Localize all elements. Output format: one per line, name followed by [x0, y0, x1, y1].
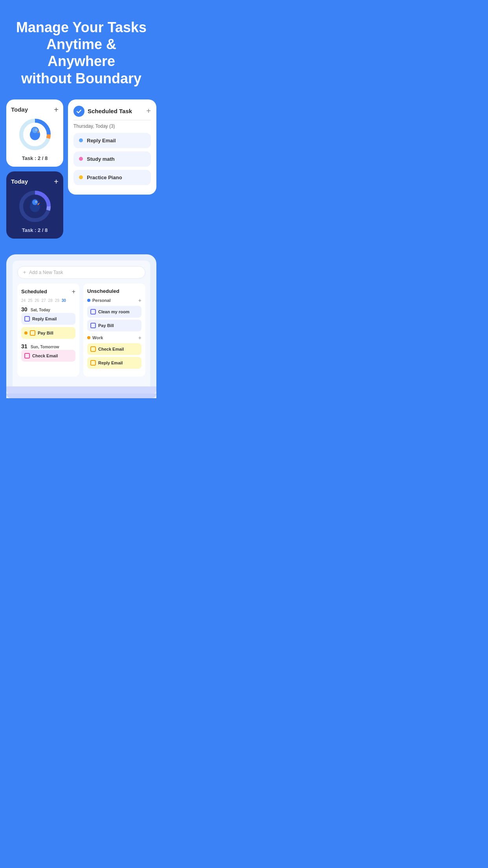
day-label-31: Sun, Tomorrow [31, 345, 59, 349]
svg-point-8 [36, 129, 37, 130]
header: Manage Your Tasks Anytime & Anywhere wit… [0, 0, 163, 99]
work-plus[interactable]: + [138, 335, 141, 341]
widgets-section: Today + [0, 99, 163, 248]
today-widget-light[interactable]: Today + [6, 99, 63, 167]
scheduled-col-plus[interactable]: + [72, 288, 75, 295]
check-circle-icon [73, 106, 84, 117]
unsched-task-pay-bill[interactable]: Pay Bill [87, 320, 141, 331]
day-group-30: 30 Sat, Today Reply Email Pay Bill [21, 306, 75, 339]
task-dot-pink [79, 157, 83, 161]
laptop-base [6, 394, 156, 398]
scheduled-date-label: Thursday, Today (3) [73, 123, 151, 129]
personal-label: Personal [92, 298, 110, 303]
today-widget-dark[interactable]: Today + [6, 171, 63, 239]
sched-task-reply-email[interactable]: Reply Email [21, 313, 75, 325]
headline-line3: without Boundary [21, 70, 141, 86]
unsched-name-clean: Clean my room [98, 309, 129, 314]
bird-illustration-dark [27, 197, 43, 216]
today-label-light: Today [11, 106, 28, 113]
laptop-bottom-bar [6, 386, 156, 394]
scheduled-card-plus[interactable]: + [146, 107, 151, 116]
date-24: 24 [21, 298, 26, 303]
donut-chart-dark [17, 189, 53, 224]
task-count-light: Task : 2 / 8 [11, 155, 59, 161]
svg-point-5 [32, 127, 38, 133]
unsched-task-check-email[interactable]: Check Email [87, 343, 141, 355]
sched-task-name-pay: Pay Bill [38, 331, 53, 335]
unsched-task-clean-room[interactable]: Clean my room [87, 306, 141, 318]
unsched-name-reply: Reply Email [98, 360, 123, 365]
headline: Manage Your Tasks Anytime & Anywhere wit… [12, 19, 151, 87]
sched-task-pay-bill[interactable]: Pay Bill [21, 327, 75, 339]
donut-chart-light [17, 117, 53, 152]
day-label-30: Sat, Today [31, 308, 50, 312]
add-task-placeholder: Add a New Task [29, 270, 63, 275]
unsched-name-pay: Pay Bill [98, 323, 114, 328]
bird-illustration-light [27, 125, 43, 144]
personal-group: Personal + Clean my room Pay Bill [87, 297, 141, 331]
task-name-reply-email: Reply Email [87, 138, 116, 143]
svg-point-17 [36, 201, 37, 202]
sched-task-icon-reply [24, 316, 30, 322]
task-item-practice-piano[interactable]: Practice Piano [73, 170, 151, 185]
day-number-31: 31 [21, 343, 28, 349]
personal-dot [87, 299, 90, 302]
scheduled-column: Scheduled + 24 25 26 27 28 29 30 [17, 283, 79, 377]
unsched-icon-clean [90, 309, 96, 314]
task-item-reply-email[interactable]: Reply Email [73, 133, 151, 148]
unscheduled-column: Unscheduled Personal + [83, 283, 145, 377]
add-task-btn-dark[interactable]: + [54, 178, 59, 186]
unsched-name-check: Check Email [98, 347, 124, 351]
sched-task-icon-pay [30, 330, 35, 336]
work-dot [87, 336, 90, 339]
overdue-dot-yellow [24, 331, 28, 335]
left-widgets: Today + [6, 99, 63, 239]
scheduled-col-title: Scheduled [21, 289, 47, 294]
unscheduled-col-title: Unscheduled [87, 288, 119, 294]
scheduled-task-card: Scheduled Task + Thursday, Today (3) Rep… [68, 99, 156, 195]
date-25: 25 [28, 298, 32, 303]
laptop-wrapper: + Add a New Task Scheduled + 24 25 26 [6, 254, 156, 398]
unsched-icon-reply [90, 360, 96, 366]
date-row: 24 25 26 27 28 29 30 [21, 298, 75, 303]
unsched-task-reply-email[interactable]: Reply Email [87, 357, 141, 369]
task-count-dark: Task : 2 / 8 [11, 227, 59, 233]
headline-line1: Manage Your Tasks [16, 19, 147, 35]
work-group: Work + Check Email Reply Email [87, 335, 141, 369]
kanban-row: Scheduled + 24 25 26 27 28 29 30 [17, 283, 145, 377]
date-30[interactable]: 30 [62, 298, 66, 303]
sched-task-icon-check [24, 353, 30, 359]
date-27: 27 [41, 298, 46, 303]
work-label: Work [92, 335, 103, 340]
sched-task-name-reply: Reply Email [32, 316, 57, 321]
add-task-btn-light[interactable]: + [54, 106, 59, 114]
day-number-30: 30 [21, 306, 28, 313]
laptop-screen: + Add a New Task Scheduled + 24 25 26 [13, 261, 150, 386]
sched-task-name-check: Check Email [32, 353, 58, 358]
sched-task-check-email[interactable]: Check Email [21, 350, 75, 362]
svg-point-14 [32, 199, 38, 205]
task-dot-yellow [79, 175, 83, 179]
date-29: 29 [55, 298, 59, 303]
add-task-bar[interactable]: + Add a New Task [17, 266, 145, 279]
date-26: 26 [35, 298, 39, 303]
laptop-section: + Add a New Task Scheduled + 24 25 26 [0, 248, 163, 398]
task-name-practice-piano: Practice Piano [87, 175, 122, 180]
task-dot-blue [79, 138, 83, 142]
add-task-plus-icon: + [23, 270, 26, 275]
day-group-31: 31 Sun, Tomorrow Check Email [21, 343, 75, 362]
scheduled-card-title: Scheduled Task [88, 108, 132, 114]
task-name-study-math: Study math [87, 156, 115, 162]
task-item-study-math[interactable]: Study math [73, 151, 151, 167]
scheduled-divider [73, 120, 151, 120]
personal-plus[interactable]: + [138, 297, 141, 303]
today-label-dark: Today [11, 178, 28, 185]
unsched-icon-check [90, 346, 96, 352]
unsched-icon-pay [90, 323, 96, 328]
date-28: 28 [48, 298, 53, 303]
headline-line2: Anytime & Anywhere [46, 36, 116, 69]
